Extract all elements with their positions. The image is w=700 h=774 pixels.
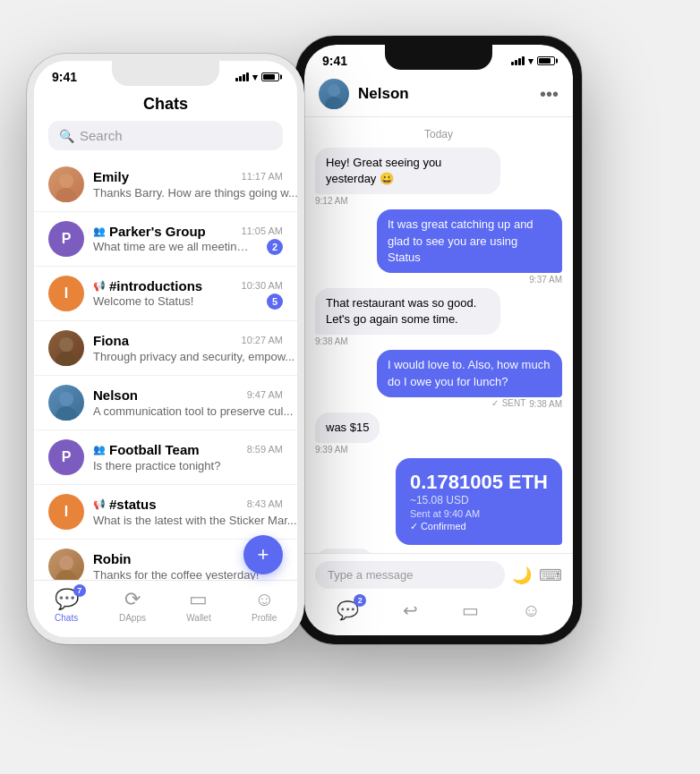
svg-point-2 — [59, 337, 73, 352]
chat-item-nelson[interactable]: Nelson 9:47 AM A communication tool to p… — [34, 376, 297, 430]
avatar-letter-intro: I — [64, 285, 68, 302]
chat-name-nelson: Nelson — [93, 387, 138, 403]
emoji-icon[interactable]: ☺ — [522, 600, 540, 621]
avatar-letter-football: P — [62, 449, 72, 465]
message-4: I would love to. Also, how much do I owe… — [377, 350, 562, 408]
bubble-2: It was great catching up and glad to see… — [377, 209, 562, 273]
chat-top-intro: 📢 #introductions 10:30 AM — [93, 278, 283, 293]
contact-avatar — [319, 79, 349, 109]
keyboard-icon[interactable]: ⌨ — [539, 566, 562, 585]
contact-name: Nelson — [358, 85, 531, 103]
chat-top-fiona: Fiona 10:27 AM — [93, 333, 283, 348]
avatar-letter-parkers: P — [62, 231, 72, 247]
moon-icon[interactable]: 🌙 — [512, 566, 532, 585]
chat-item-fiona[interactable]: Fiona 10:27 AM Through privacy and secur… — [34, 321, 297, 376]
chat-item-football[interactable]: P 👥 Football Team 8:59 AM Is there pract… — [34, 430, 297, 485]
chat-time-status: 8:43 AM — [247, 498, 283, 509]
badge-parkers: 2 — [267, 239, 283, 255]
chat-item-status[interactable]: I 📢 #status 8:43 AM What is the latest w… — [34, 485, 297, 540]
bubble-time-3: 9:38 AM — [315, 336, 500, 346]
chat-name-parkers: 👥 Parker's Group — [93, 224, 206, 239]
chat-top-nelson: Nelson 9:47 AM — [93, 387, 283, 403]
phones-container: 9:41 ▾ Chats — [0, 0, 700, 774]
signal-icon-2 — [511, 56, 525, 65]
message-2: It was great catching up and glad to see… — [377, 209, 562, 285]
svg-point-3 — [55, 352, 77, 366]
time-1: 9:41 — [52, 70, 77, 84]
chats-nav-icon: 💬 7 — [55, 588, 79, 611]
battery-fill — [263, 74, 275, 80]
sb3 — [518, 58, 521, 65]
chat-bubble-icon[interactable]: 💬 2 — [337, 600, 359, 621]
confirmed-text: Confirmed — [421, 521, 466, 532]
svg-point-7 — [55, 570, 77, 580]
eth-amount: 0.1781005 ETH — [410, 471, 548, 494]
status-icons-1: ▾ — [235, 72, 279, 83]
chat-content-emily: Emily 11:17 AM Thanks Barry. How are thi… — [93, 169, 283, 200]
avatar-parkers-group: P — [48, 221, 84, 257]
chats-nav-label: Chats — [55, 613, 78, 623]
eth-bubble: 0.1781005 ETH ~15.08 USD Sent at 9:40 AM… — [396, 458, 562, 545]
group-icon-football: 👥 — [93, 444, 106, 455]
signal-bar-1 — [235, 78, 238, 81]
svg-point-6 — [59, 556, 73, 570]
chat-name-football: 👥 Football Team — [93, 442, 200, 457]
wallet-icon[interactable]: ▭ — [462, 600, 479, 621]
chat-item-emily[interactable]: Emily 11:17 AM Thanks Barry. How are thi… — [34, 157, 297, 212]
bubble-text-3: That restaurant was so good. Let's go ag… — [326, 296, 476, 326]
chats-header: Chats — [34, 88, 297, 121]
channel-icon-status: 📢 — [93, 498, 106, 510]
dapps-nav-label: DApps — [119, 613, 146, 623]
chat-top-parkers: 👥 Parker's Group 11:05 AM — [93, 224, 283, 239]
wallet-nav-icon: ▭ — [189, 588, 208, 611]
chat-preview-parkers: What time are we all meeting later? — [93, 240, 250, 253]
time-2: 9:41 — [322, 54, 347, 68]
nav-item-dapps[interactable]: ⟳ DApps — [119, 588, 146, 623]
chat-content-nelson: Nelson 9:47 AM A communication tool to p… — [93, 387, 283, 419]
status-icons-2: ▾ — [511, 55, 555, 67]
chat-time-emily: 11:17 AM — [242, 171, 283, 182]
chat-name-status: 📢 #status — [93, 497, 157, 512]
chat-preview-status: What is the latest with the Sticker Mar.… — [93, 514, 297, 527]
new-chat-fab[interactable]: + — [243, 535, 283, 574]
search-bar[interactable]: 🔍 Search — [48, 121, 283, 150]
chat-content-parkers: 👥 Parker's Group 11:05 AM What time are … — [93, 224, 283, 255]
chat-time-fiona: 10:27 AM — [242, 335, 283, 345]
phone-chats: 9:41 ▾ Chats — [27, 54, 304, 644]
message-input[interactable]: Type a message — [315, 561, 505, 589]
chats-nav-badge: 7 — [73, 584, 86, 597]
signal-bar-4 — [246, 72, 249, 81]
chat-time-intro: 10:30 AM — [242, 280, 283, 291]
input-row: Type a message 🌙 ⌨ — [315, 561, 562, 589]
bubble-text-4: I would love to. Also, how much do I owe… — [388, 358, 550, 387]
bubble-time-2: 9:37 AM — [377, 275, 562, 285]
group-icon-parkers: 👥 — [93, 225, 106, 237]
svg-point-0 — [59, 174, 73, 188]
profile-nav-label: Profile — [252, 613, 277, 623]
nav-item-wallet[interactable]: ▭ Wallet — [186, 588, 210, 623]
bubble-1: Hey! Great seeing you yesterday 😀 — [315, 148, 500, 194]
avatar-status-channel: I — [48, 494, 84, 530]
chat-top-football: 👥 Football Team 8:59 AM — [93, 442, 283, 457]
eth-confirmed: ✓ Confirmed — [410, 521, 548, 532]
message-3: That restaurant was so good. Let's go ag… — [315, 288, 500, 346]
more-options-icon[interactable]: ••• — [540, 84, 559, 105]
nav-item-profile[interactable]: ☺ Profile — [252, 588, 277, 623]
message-1: Hey! Great seeing you yesterday 😀 9:12 A… — [315, 148, 500, 206]
chat-name-intro: 📢 #introductions — [93, 278, 202, 293]
search-placeholder: Search — [80, 128, 123, 143]
dapps-nav-icon: ⟳ — [124, 588, 141, 611]
messages-area: Today Hey! Great seeing you yesterday 😀 … — [304, 117, 573, 553]
chat-header: Nelson ••• — [304, 72, 573, 117]
signal-bar-3 — [243, 74, 245, 81]
chat-item-parkers-group[interactable]: P 👥 Parker's Group 11:05 AM What time ar… — [34, 212, 297, 267]
input-placeholder: Type a message — [328, 568, 413, 582]
bubble-time-1: 9:12 AM — [315, 196, 500, 206]
history-icon[interactable]: ↩ — [403, 600, 418, 621]
chat-content-status: 📢 #status 8:43 AM What is the latest wit… — [93, 497, 283, 528]
nav-item-chats[interactable]: 💬 7 Chats — [55, 588, 79, 623]
chat-time-parkers: 11:05 AM — [242, 225, 283, 236]
chat-item-introductions[interactable]: I 📢 #introductions 10:30 AM Welcome to S… — [34, 267, 297, 321]
bottom-icons-row: 💬 2 ↩ ▭ ☺ — [315, 596, 562, 628]
avatar-emily — [48, 166, 84, 202]
